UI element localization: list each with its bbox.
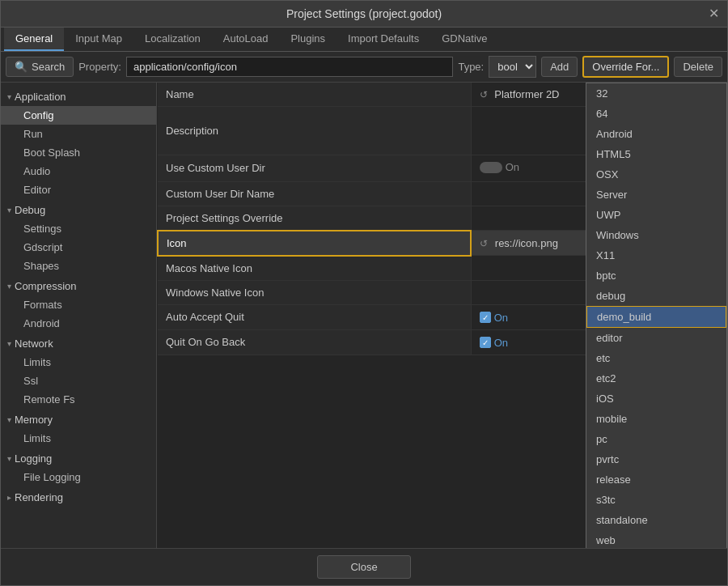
section-application-header[interactable]: ▾ Application [1, 87, 156, 106]
row-label-quit-on-go-back: Quit On Go Back [158, 329, 471, 355]
row-label-windows-icon: Windows Native Icon [158, 280, 471, 304]
section-network-header[interactable]: ▾ Network [1, 334, 156, 353]
dropdown-item-mobile[interactable]: mobile [586, 409, 726, 429]
tab-gdnative[interactable]: GDNative [430, 28, 498, 51]
dropdown-item-android[interactable]: Android [586, 124, 726, 144]
property-label: Property: [78, 61, 121, 73]
dropdown-item-x11[interactable]: X11 [586, 245, 726, 265]
window-title: Project Settings (project.godot) [286, 7, 442, 20]
dropdown-item-etc2[interactable]: etc2 [586, 368, 726, 389]
toggle-label: On [506, 161, 519, 173]
toolbar: 🔍 Search Property: Type: bool Add Overri… [1, 52, 727, 83]
dropdown-item-64[interactable]: 64 [586, 104, 726, 124]
sidebar-item-settings[interactable]: Settings [1, 219, 156, 238]
section-compression-header[interactable]: ▾ Compression [1, 277, 156, 295]
search-icon: 🔍 [15, 61, 28, 73]
dropdown-item-osx[interactable]: OSX [586, 164, 726, 185]
sidebar-item-boot-splash[interactable]: Boot Splash [1, 143, 156, 162]
sidebar-item-gdscript[interactable]: Gdscript [1, 238, 156, 257]
checkbox-auto-accept-quit[interactable]: ✓ On [480, 312, 508, 324]
section-application: ▾ Application Config Run Boot Splash Aud… [1, 87, 156, 199]
close-main-button[interactable]: Close [317, 555, 410, 579]
row-label-macos-icon: Macos Native Icon [158, 256, 471, 281]
override-button[interactable]: Override For... [582, 56, 669, 78]
section-network-label: Network [15, 338, 53, 350]
sidebar-item-file-logging[interactable]: File Logging [1, 468, 156, 486]
tab-autoload[interactable]: AutoLoad [212, 28, 280, 51]
checkbox-quit-on-go-back[interactable]: ✓ On [480, 337, 508, 349]
tab-general[interactable]: General [4, 28, 64, 51]
row-label-description: Description [158, 107, 471, 155]
sidebar-item-remote-fs[interactable]: Remote Fs [1, 390, 156, 409]
dropdown-item-etc[interactable]: etc [586, 348, 726, 368]
arrow-icon: ▾ [7, 339, 11, 348]
section-memory-header[interactable]: ▾ Memory [1, 410, 156, 429]
title-bar: Project Settings (project.godot) ✕ [1, 1, 727, 28]
dropdown-item-server[interactable]: Server [586, 185, 726, 205]
row-label-custom-dir-name: Custom User Dir Name [158, 181, 471, 206]
arrow-icon: ▾ [7, 282, 11, 291]
row-label-name: Name [158, 83, 471, 107]
tab-import-defaults[interactable]: Import Defaults [336, 28, 430, 51]
reset-icon[interactable]: ↺ [480, 238, 488, 249]
arrow-icon: ▾ [7, 415, 11, 424]
sidebar-item-ssl[interactable]: Ssl [1, 372, 156, 390]
sidebar-item-limits-network[interactable]: Limits [1, 353, 156, 372]
section-network: ▾ Network Limits Ssl Remote Fs [1, 334, 156, 409]
tab-input-map[interactable]: Input Map [64, 28, 133, 51]
type-select[interactable]: bool [489, 56, 536, 78]
reset-icon[interactable]: ↺ [480, 89, 488, 100]
delete-button[interactable]: Delete [674, 57, 722, 77]
toggle-custom-user-dir[interactable]: On [480, 161, 519, 173]
property-input[interactable] [126, 57, 453, 77]
section-rendering: ▸ Rendering [1, 488, 156, 507]
dropdown-item-debug[interactable]: debug [586, 286, 726, 306]
dropdown-item-windows[interactable]: Windows [586, 225, 726, 245]
add-button[interactable]: Add [541, 57, 578, 77]
bottom-bar: Close [1, 548, 727, 585]
main-window: Project Settings (project.godot) ✕ Gener… [0, 0, 728, 586]
section-rendering-header[interactable]: ▸ Rendering [1, 488, 156, 507]
section-logging-header[interactable]: ▾ Logging [1, 449, 156, 468]
sidebar-item-limits-memory[interactable]: Limits [1, 429, 156, 448]
dropdown-item-32[interactable]: 32 [586, 83, 726, 104]
close-window-button[interactable]: ✕ [709, 7, 719, 20]
dropdown-item-editor[interactable]: editor [586, 328, 726, 348]
tab-plugins[interactable]: Plugins [279, 28, 336, 51]
dropdown-item-ios[interactable]: iOS [586, 389, 726, 409]
content-area: Name ↺ Platformer 2D Description Use Cus… [157, 83, 727, 548]
sidebar-item-android[interactable]: Android [1, 314, 156, 333]
override-dropdown-menu[interactable]: 32 64 Android HTML5 OSX Server UWP Windo… [586, 83, 727, 548]
sidebar-item-editor[interactable]: Editor [1, 180, 156, 199]
dropdown-item-pc[interactable]: pc [586, 429, 726, 449]
dropdown-item-web[interactable]: web [586, 530, 726, 548]
sidebar-item-audio[interactable]: Audio [1, 162, 156, 180]
dropdown-item-html5[interactable]: HTML5 [586, 144, 726, 164]
tab-bar: General Input Map Localization AutoLoad … [1, 28, 727, 52]
search-button[interactable]: 🔍 Search [6, 57, 74, 77]
section-logging-label: Logging [15, 452, 52, 465]
sidebar: ▾ Application Config Run Boot Splash Aud… [1, 83, 157, 548]
section-logging: ▾ Logging File Logging [1, 449, 156, 486]
main-area: ▾ Application Config Run Boot Splash Aud… [1, 83, 727, 548]
check-icon: ✓ [480, 337, 491, 348]
section-rendering-label: Rendering [15, 491, 63, 503]
dropdown-item-bptc[interactable]: bptc [586, 265, 726, 286]
sidebar-item-config[interactable]: Config [1, 106, 156, 125]
arrow-icon: ▾ [7, 92, 11, 101]
arrow-icon: ▸ [7, 493, 11, 502]
dropdown-item-release[interactable]: release [586, 469, 726, 490]
dropdown-item-s3tc[interactable]: s3tc [586, 490, 726, 510]
dropdown-item-demo-build[interactable]: demo_build [586, 306, 726, 328]
sidebar-item-run[interactable]: Run [1, 125, 156, 143]
icon-path-value: res://icon.png [495, 237, 558, 249]
dropdown-item-uwp[interactable]: UWP [586, 205, 726, 225]
section-debug-header[interactable]: ▾ Debug [1, 201, 156, 219]
section-debug: ▾ Debug Settings Gdscript Shapes [1, 201, 156, 275]
sidebar-item-shapes[interactable]: Shapes [1, 257, 156, 275]
sidebar-item-formats[interactable]: Formats [1, 295, 156, 314]
tab-localization[interactable]: Localization [133, 28, 212, 51]
dropdown-item-pvrtc[interactable]: pvrtc [586, 449, 726, 469]
dropdown-item-standalone[interactable]: standalone [586, 510, 726, 530]
section-memory-label: Memory [15, 414, 53, 426]
